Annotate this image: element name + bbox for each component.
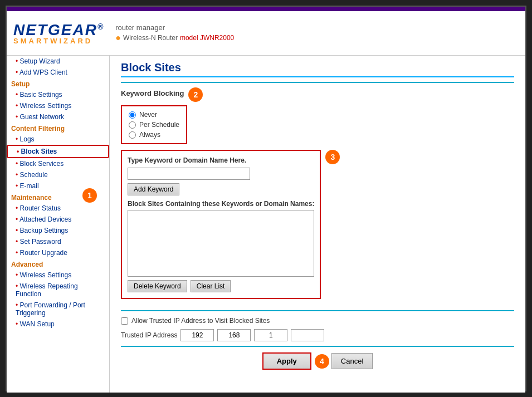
wireless-label: Wireless-N Router [123,34,178,42]
sidebar-item-wan-setup[interactable]: WAN Setup [7,318,109,330]
radio-always-label: Always [139,131,160,139]
apply-button[interactable]: Apply [262,352,311,370]
router-info: router manager ● Wireless-N Router model… [115,23,234,43]
sidebar-item-wireless-settings[interactable]: Wireless Settings [7,100,109,111]
sidebar-section-setup: Setup [7,78,109,89]
radio-per-schedule-input[interactable] [129,121,136,129]
sidebar-section-content-filtering: Content Filtering [7,122,109,134]
radio-never-label: Never [139,111,157,119]
sidebar-item-logs[interactable]: Logs [7,134,109,145]
keyword-input[interactable] [128,168,250,180]
radio-never-input[interactable] [129,111,136,119]
section-divider-mid [121,310,514,311]
blocked-sites-label: Block Sites Containing these Keywords or… [128,200,314,208]
sidebar-item-wireless-repeating[interactable]: Wireless Repeating Function [7,281,109,300]
add-keyword-button[interactable]: Add Keyword [128,183,179,195]
radio-never[interactable]: Never [129,111,179,119]
cancel-button[interactable]: Cancel [331,353,373,369]
trusted-ip-checkbox-row: Allow Trusted IP Address to Visit Blocke… [121,317,514,325]
delete-keyword-button[interactable]: Delete Keyword [128,280,187,292]
sidebar-item-basic-settings[interactable]: Basic Settings [7,89,109,100]
sidebar-item-set-password[interactable]: Set Password [7,236,109,247]
router-manager-label: router manager [115,23,234,32]
annotation-4: 4 [315,354,329,369]
sidebar-item-add-wps-client[interactable]: Add WPS Client [7,67,109,78]
sidebar-item-block-sites[interactable]: Block Sites [7,145,109,158]
sidebar-item-router-upgrade[interactable]: Router Upgrade [7,247,109,258]
ip-input-2[interactable] [217,329,251,341]
sidebar-item-attached-devices[interactable]: Attached Devices [7,214,109,225]
keyword-blocking-radio-group: Never Per Schedule Always [121,105,187,144]
ip-input-1[interactable] [180,329,214,341]
smartwizard-logo: SMARTWIZARD [13,37,104,45]
logo-area: NETGEAR® SMARTWIZARD [13,21,104,45]
content-inner: Block Sites Keyword Blocking 2 [110,56,525,393]
keyword-action-buttons: Delete Keyword Clear List [128,280,314,292]
content-area: Block Sites Keyword Blocking 2 [110,56,525,393]
annotation-1: 1 [82,188,97,203]
header: NETGEAR® SMARTWIZARD router manager ● Wi… [7,11,525,56]
sidebar-item-backup-settings[interactable]: Backup Settings [7,225,109,236]
keyword-blocking-label: Keyword Blocking [121,89,184,97]
trusted-ip-checkbox-label: Allow Trusted IP Address to Visit Blocke… [131,317,270,325]
section-divider-top [121,82,514,83]
keyword-input-label: Type Keyword or Domain Name Here. [128,156,314,164]
annotation-3: 3 [325,150,340,164]
trusted-ip-row: Trusted IP Address [121,329,514,341]
radio-always-input[interactable] [129,131,136,139]
sidebar: Setup Wizard Add WPS Client Setup Basic … [7,56,110,393]
radio-always[interactable]: Always [129,131,179,139]
sidebar-section-advanced: Advanced [7,258,109,269]
keyword-section: Type Keyword or Domain Name Here. Add Ke… [121,150,321,299]
trusted-ip-section: Allow Trusted IP Address to Visit Blocke… [121,317,514,341]
main-layout: Setup Wizard Add WPS Client Setup Basic … [7,56,525,393]
model-label: model JWNR2000 [180,34,234,42]
sidebar-item-router-status[interactable]: Router Status [7,203,109,214]
section-divider-bottom [121,346,514,347]
content-wrapper: Block Sites Keyword Blocking 2 [121,61,514,370]
top-bar [7,7,525,11]
clear-list-button[interactable]: Clear List [191,280,231,292]
radio-per-schedule-label: Per Schedule [139,121,179,129]
ip-input-3[interactable] [254,329,287,341]
radio-per-schedule[interactable]: Per Schedule [129,121,179,129]
annotation-2: 2 [188,87,203,102]
ip-input-4[interactable] [291,329,324,341]
sidebar-item-setup-wizard[interactable]: Setup Wizard [7,56,109,67]
sidebar-item-wireless-settings-adv[interactable]: Wireless Settings [7,269,109,281]
trusted-ip-label: Trusted IP Address [121,331,177,339]
model-line: ● Wireless-N Router model JWNR2000 [115,33,234,43]
sidebar-item-schedule[interactable]: Schedule [7,169,109,180]
sidebar-item-block-services[interactable]: Block Services [7,158,109,169]
keyword-listbox[interactable] [128,210,314,277]
sidebar-item-port-forwarding[interactable]: Port Forwarding / Port Triggering [7,300,109,318]
sidebar-item-guest-network[interactable]: Guest Network [7,111,109,122]
annotation-1-float: 1 [82,188,97,203]
page-title: Block Sites [121,61,514,77]
trusted-ip-checkbox[interactable] [121,317,128,325]
